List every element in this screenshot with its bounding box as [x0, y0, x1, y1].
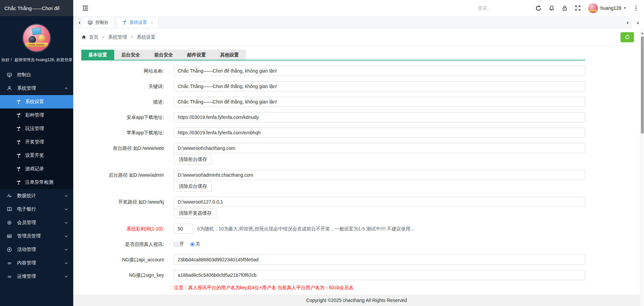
- sidebar-subitem-label: 游戏记录: [25, 166, 44, 172]
- breadcrumb-system-mgmt[interactable]: 系统管理: [108, 34, 127, 40]
- sidebar-item-label: 数据统计: [17, 193, 36, 199]
- form-row-sign-key: NG接口sign_key: [81, 270, 585, 280]
- window-tab-system-settings[interactable]: 系统设置 ×: [117, 17, 158, 28]
- monitor-icon: [88, 20, 93, 25]
- sidebar-item-data-stats[interactable]: 数据统计: [0, 189, 73, 203]
- sidebar-subitem-lottery-types[interactable]: 彩种管理: [0, 108, 73, 122]
- description-input[interactable]: [174, 97, 585, 107]
- sidebar-item-label: 控制台: [17, 72, 31, 78]
- chevron-down-icon: [65, 208, 68, 211]
- more-options-icon[interactable]: [634, 5, 639, 12]
- sidebar-subitem-set-draw[interactable]: 设置开奖: [0, 149, 73, 162]
- tabs-menu-collapse-icon[interactable]: ∨: [631, 16, 644, 29]
- sidebar-subitem-play-mgmt[interactable]: 玩法管理: [0, 122, 73, 135]
- topbar: huang128 ▼: [73, 0, 644, 16]
- sidebar-item-console[interactable]: 控制台: [0, 68, 73, 82]
- chevron-down-icon: [65, 275, 68, 278]
- username: huang128: [600, 5, 621, 11]
- notifications-bell-icon[interactable]: [549, 5, 555, 11]
- profit-input[interactable]: [174, 224, 193, 234]
- collapse-sidebar-icon[interactable]: [82, 5, 89, 11]
- description-label: 描述:: [81, 97, 164, 107]
- android-url-input[interactable]: [174, 112, 585, 122]
- keywords-input[interactable]: [174, 81, 585, 91]
- settings-panel: 基本设置 后台安全 前台安全 邮件设置 其他设置 网站名称: 关键词: 描述: …: [73, 46, 640, 306]
- user-menu[interactable]: huang128 ▼: [588, 3, 626, 13]
- sidebar-subitem-system-settings[interactable]: 系统设置: [0, 95, 73, 108]
- plus-circle-icon: [7, 247, 12, 252]
- sidebar-item-member-mgmt[interactable]: 会员管理: [0, 216, 73, 229]
- caret-down-icon: ▼: [624, 6, 627, 10]
- refresh-page-button[interactable]: [620, 32, 634, 42]
- sidebar-subitem-game-records[interactable]: 游戏记录: [0, 162, 73, 176]
- radio-option-on[interactable]: 开: [174, 241, 184, 247]
- search-input[interactable]: [478, 5, 528, 11]
- form-row-keywords: 关键词:: [81, 81, 585, 91]
- admin-path-input[interactable]: [174, 170, 585, 180]
- lottery-path-input[interactable]: [174, 197, 585, 207]
- radio-icon: [174, 242, 178, 247]
- form-row-api-account: NG接口api_account: [81, 255, 585, 265]
- sidebar-item-system-mgmt[interactable]: 系统管理: [0, 82, 73, 95]
- chevron-down-icon: [65, 194, 68, 197]
- copyright-text: Copyright ©2025 chacthang All Rights Res…: [306, 298, 407, 303]
- lock-icon[interactable]: [562, 5, 568, 11]
- palm-tree-icon: [16, 180, 21, 185]
- sidebar-item-label: 运维管理: [17, 273, 36, 279]
- tab-mail-settings[interactable]: 邮件设置: [180, 50, 213, 60]
- ios-url-input[interactable]: [174, 128, 585, 138]
- window-tab-console[interactable]: 控制台: [83, 17, 113, 28]
- clear-admin-cache-button[interactable]: 清除后台缓存: [174, 181, 212, 191]
- sidebar-item-activity-mgmt[interactable]: 活动管理: [0, 243, 73, 256]
- clear-lottery-cache-button[interactable]: 清除开奖器缓存: [174, 208, 216, 218]
- chevron-down-icon: [65, 248, 68, 251]
- site-name-input[interactable]: [174, 66, 585, 76]
- monitor-icon: [7, 72, 12, 78]
- palm-tree-icon: [16, 113, 21, 118]
- tab-backend-security[interactable]: 后台安全: [114, 50, 147, 60]
- basic-settings-form: 网站名称: 关键词: 描述: 安卓app下载地址: 苹果app下载地址: 前台路: [81, 66, 585, 300]
- front-path-input[interactable]: [174, 143, 585, 153]
- form-row-ios-url: 苹果app下载地址:: [81, 128, 585, 138]
- breadcrumb-home[interactable]: 首页: [89, 34, 98, 40]
- sign-key-input[interactable]: [174, 270, 585, 280]
- palm-tree-icon: [122, 20, 127, 25]
- window-tab-label: 系统设置: [129, 19, 147, 26]
- tab-basic-settings[interactable]: 基本设置: [81, 50, 114, 60]
- tab-frontend-security[interactable]: 前台安全: [147, 50, 180, 60]
- infinity-icon: ∞: [7, 260, 12, 266]
- logo-ball-dark: [29, 36, 36, 43]
- sidebar-item-admin-mgmt[interactable]: 管理员管理: [0, 229, 73, 243]
- sidebar-item-ebank[interactable]: 电子银行: [0, 203, 73, 216]
- refresh-icon[interactable]: [535, 5, 542, 11]
- sidebar: Chắc Thắng——Chơi để CHẮC THẮNG 你好！ 超级管理员…: [0, 0, 73, 306]
- android-url-label: 安卓app下载地址:: [81, 112, 164, 122]
- sidebar-item-content-mgmt[interactable]: ∞ 内容管理: [0, 256, 73, 270]
- admin-path-label: 后台路径 如D:/www/admin: [81, 170, 164, 191]
- scrollbar-up-arrow[interactable]: [641, 31, 644, 34]
- palm-tree-icon: [16, 153, 21, 158]
- tab-other-settings[interactable]: 其他设置: [213, 50, 246, 60]
- sidebar-subitem-draw-mgmt[interactable]: 开奖管理: [0, 135, 73, 149]
- tabs-scroll-left-icon[interactable]: ‹: [76, 19, 83, 26]
- vertical-scrollbar[interactable]: [640, 29, 644, 306]
- site-name-label: 网站名称:: [81, 66, 164, 76]
- radio-label: 开: [179, 241, 184, 247]
- sidebar-subitem-bet-anomaly[interactable]: 注单异常检测: [0, 176, 73, 189]
- api-account-input[interactable]: [174, 255, 585, 265]
- scrollbar-thumb[interactable]: [641, 36, 644, 134]
- close-tab-icon[interactable]: ×: [150, 20, 153, 26]
- lottery-path-label: 开奖路径 如D:/www/kj: [81, 197, 164, 218]
- sidebar-item-ops-mgmt[interactable]: ∞ 运维管理: [0, 270, 73, 283]
- logo-ribbon: CHẮC THẮNG: [25, 43, 48, 47]
- radio-label: 关: [196, 241, 200, 247]
- breadcrumb-system-settings[interactable]: 系统设置: [137, 34, 156, 40]
- palm-tree-icon: [16, 140, 21, 144]
- palm-tree-icon: [16, 167, 21, 171]
- welcome-text: 你好！ 超级管理员-huang128, 欢迎登录: [0, 57, 73, 63]
- fullscreen-icon[interactable]: [575, 5, 581, 11]
- home-icon: [81, 35, 86, 40]
- tabs-scroll-right-icon[interactable]: ›: [624, 19, 631, 26]
- radio-option-off[interactable]: 关: [190, 241, 200, 247]
- clear-front-cache-button[interactable]: 清除前台缓存: [174, 155, 212, 165]
